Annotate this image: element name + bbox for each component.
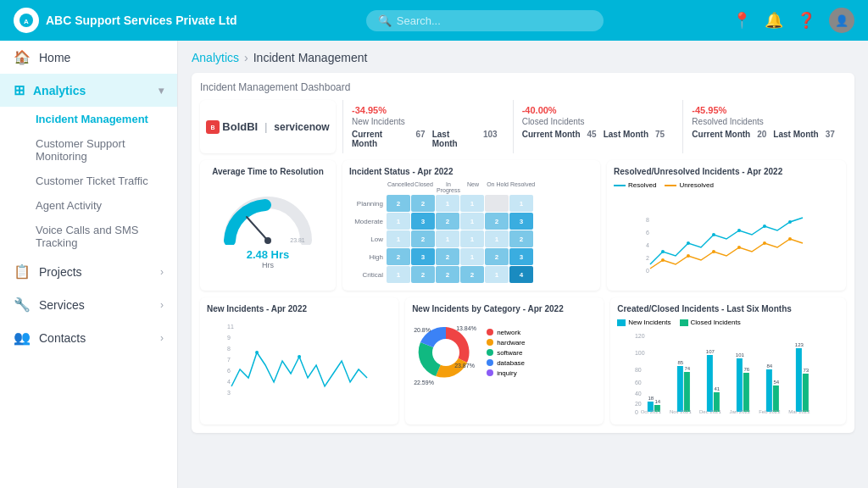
created-closed-chart: Created/Closed Incidents - Last Six Mont… [610,297,846,424]
legend-inquiry-label: inquiry [497,369,517,377]
metric-resolved-incidents: -45.95% Resolved Incidents Current Month… [682,100,846,153]
dashboard-title: Incident Management Dashboard [200,81,846,93]
gauge-svg: 23.81 [221,181,314,245]
last-label-resolved: Last Month [773,130,818,139]
svg-point-25 [298,355,301,358]
boldbi-label: BoldBI [222,120,258,133]
bell-icon[interactable]: 🔔 [765,11,783,30]
resolved-legend: Resolved [614,181,656,189]
unresolved-legend: Unresolved [665,181,713,189]
svg-text:11: 11 [227,324,234,330]
svg-text:60: 60 [635,380,642,385]
sidebar-sub-agent-activity[interactable]: Agent Activity [0,193,177,218]
current-val-resolved: 20 [757,130,766,139]
svg-text:41: 41 [715,386,721,391]
svg-text:101: 101 [736,352,745,358]
legend-inquiry: inquiry [487,369,525,377]
svg-text:18: 18 [648,396,654,401]
breadcrumb-parent[interactable]: Analytics [192,51,239,64]
sidebar-item-home[interactable]: 🏠 Home [0,41,177,74]
bar-feb-new [766,369,772,412]
chevron-right-icon-contacts: › [160,332,164,344]
sidebar-sub-incident-mgmt[interactable]: Incident Management [0,107,177,131]
svg-line-4 [247,217,268,241]
analytics-submenu: Incident Management Customer Support Mon… [0,107,177,255]
last-label-new: Last Month [432,130,476,148]
legend-software: software [487,349,525,357]
svg-text:2: 2 [646,255,649,261]
sidebar-label-projects: Projects [39,265,82,279]
svg-text:80: 80 [635,367,642,373]
search-input[interactable] [397,14,592,27]
sidebar-item-projects[interactable]: 📋 Projects › [0,255,177,288]
dashboard-card: Incident Management Dashboard B BoldBI |… [192,73,854,433]
metric-values-closed: Current Month 45 Last Month 75 [522,130,668,139]
sidebar-sub-ticket-traffic[interactable]: Customer Ticket Traffic [0,169,177,193]
help-icon[interactable]: ❓ [797,11,815,30]
current-val-closed: 45 [587,130,597,139]
gauge-value: 2.48 Hrs [247,248,290,261]
brand-separator: | [264,121,267,133]
sidebar-item-contacts[interactable]: 👥 Contacts › [0,321,177,354]
agent-activity-label: Agent Activity [36,199,102,212]
sidebar-item-analytics[interactable]: ⊞ Analytics ▾ [0,74,177,107]
svg-text:Dec 2021: Dec 2021 [699,409,721,414]
new-incidents-chart: New Incidents - Apr 2022 11 9 8 7 6 4 3 [200,297,398,424]
svg-text:7: 7 [227,357,231,363]
avatar[interactable]: 👤 [829,8,854,33]
resolved-unresolved-chart: Resolved/Unresolved Incidents - Apr 2022… [607,160,846,291]
new-legend-label: New Incidents [628,319,670,326]
current-label-resolved: Current Month [692,130,750,139]
svg-text:100: 100 [635,350,645,356]
bar-mar-closed [803,374,809,412]
search-box[interactable]: 🔍 [366,10,604,31]
nav-icons: 📍 🔔 ❓ 👤 [732,8,854,33]
svg-point-33 [432,339,459,366]
content-area: Analytics › Incident Management Incident… [178,41,868,488]
svg-text:0: 0 [646,268,649,274]
svg-text:0: 0 [635,409,638,414]
created-closed-title: Created/Closed Incidents - Last Six Mont… [617,304,839,313]
location-icon[interactable]: 📍 [732,11,751,30]
search-icon: 🔍 [378,14,392,27]
incident-status-chart: Incident Status - Apr 2022 CancelledClos… [342,160,600,291]
svg-point-13 [661,258,665,262]
metric-badge-resolved: -45.95% [692,105,726,115]
svg-text:54: 54 [774,380,780,385]
svg-text:Mar 2022: Mar 2022 [788,409,810,414]
last-val-closed: 75 [655,130,665,139]
closed-incidents-legend: Closed Incidents [680,319,741,326]
new-by-category-chart: New Incidents by Category - Apr 2022 [405,297,604,424]
bar-chart-svg: 120 100 80 60 40 20 0 Oct 2021 [617,330,839,414]
bar-jan-new [737,358,743,412]
bar-jan-closed [743,373,749,412]
brand-logos: B BoldBI | servicenow [200,100,336,153]
svg-text:73: 73 [804,368,810,373]
resolved-unresolved-title: Resolved/Unresolved Incidents - Apr 2022 [614,167,839,176]
svg-text:23.81: 23.81 [290,237,305,243]
svg-text:14: 14 [655,399,661,404]
last-val-new: 103 [483,130,498,148]
avg-resolution-title: Average Time to Resolution [212,167,324,176]
charts-row-2: New Incidents - Apr 2022 11 9 8 7 6 4 3 [200,297,846,424]
services-icon: 🔧 [14,297,31,313]
donut-legend: network hardware software [487,329,525,377]
svg-point-12 [788,220,792,224]
donut-svg [412,319,480,386]
app-title: ABC Support Services Private Ltd [46,14,237,27]
sidebar-sub-customer-support[interactable]: Customer Support Monitoring [0,131,177,169]
gauge-label: Hrs [262,261,274,269]
sidebar-sub-voice-calls[interactable]: Voice Calls and SMS Tracking [0,218,177,255]
svg-point-17 [763,241,766,245]
svg-text:3: 3 [227,390,231,396]
svg-text:8: 8 [646,217,649,223]
sidebar-item-services[interactable]: 🔧 Services › [0,288,177,321]
svg-text:84: 84 [767,363,773,369]
svg-text:76: 76 [744,367,750,372]
svg-text:A: A [24,18,29,25]
new-incidents-legend: New Incidents [617,319,670,326]
chevron-right-icon: › [160,266,164,278]
new-incidents-title: New Incidents - Apr 2022 [207,304,392,313]
svg-text:6: 6 [227,368,231,374]
sidebar-label-services: Services [39,298,85,312]
